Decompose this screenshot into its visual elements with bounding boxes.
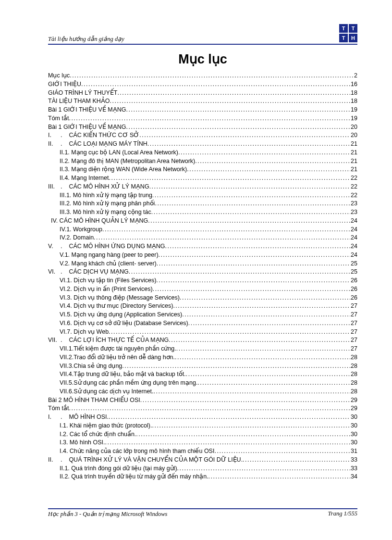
toc-page: 23	[350, 208, 357, 217]
toc-entry: VII.4.Tập trung dữ liệu, bảo mật và back…	[48, 370, 357, 379]
toc-entry: II.CÁC LOẠI MẠNG MÁY TÍNH21	[48, 140, 357, 149]
toc-leader	[165, 242, 351, 251]
toc-entry: Bài 2 MÔ HÌNH THAM CHIẾU OSI29	[48, 396, 357, 405]
toc-label: VI.3. Dịch vụ thông điệp (Message Servic…	[60, 294, 180, 302]
toc-page: 26	[350, 276, 357, 285]
toc-leader	[173, 302, 350, 311]
toc-page: 16	[350, 80, 357, 89]
toc-leader	[156, 276, 350, 285]
toc-page: 29	[350, 404, 357, 413]
toc-leader	[195, 157, 350, 166]
toc-entry: VI.1. Dịch vụ tập tin (Files Services)26	[48, 276, 357, 285]
toc-page: 2	[354, 72, 357, 80]
toc-entry: VII.3.Chia sẻ ứng dụng28	[48, 362, 357, 371]
toc-page: 27	[350, 328, 357, 337]
toc-entry: Tóm tắt29	[48, 404, 357, 413]
toc-entry: Bài 1 GIỚI THIỆU VỀ MẠNG19	[48, 106, 357, 114]
toc-leader	[110, 97, 351, 106]
page: Tài liệu hướng dẫn giảng dạy T T T H Mục…	[0, 0, 392, 540]
toc-entry: I.4. Chức năng của các lớp trong mô hình…	[48, 447, 357, 456]
toc-entry: TÀI LIỆU THAM KHẢO18	[48, 97, 357, 106]
toc-label: II.3. Mạng diện rộng WAN (Wide Area Netw…	[60, 165, 187, 174]
toc-page: 25	[350, 260, 357, 268]
toc-page: 28	[350, 370, 357, 379]
toc-leader	[197, 379, 350, 388]
toc-page: 21	[350, 157, 357, 166]
toc-label: VII.3.Chia sẻ ứng dụng	[60, 362, 122, 371]
toc-page: 23	[350, 200, 357, 208]
toc-entry: II.3. Mạng diện rộng WAN (Wide Area Netw…	[48, 165, 357, 174]
toc-entry: II.4. Mạng Internet22	[48, 174, 357, 183]
toc-page: 30	[350, 430, 357, 439]
toc-page: 28	[350, 362, 357, 371]
toc-leader	[81, 80, 350, 89]
toc-leader	[126, 106, 351, 114]
toc-leader	[176, 345, 350, 353]
toc-entry: GIỚI THIỆU16	[48, 80, 357, 89]
toc-entry: I.1. Khái niệm giao thức (protocol).30	[48, 422, 357, 430]
toc-leader	[175, 353, 350, 362]
toc-entry: VI.5. Dịch vụ ứng dụng (Application Serv…	[48, 311, 357, 319]
toc-label: VI.5. Dịch vụ ứng dụng (Application Serv…	[60, 311, 182, 319]
logo-cell: H	[349, 34, 357, 42]
toc-label: VII.4.Tập trung dữ liệu, bảo mật và back…	[60, 370, 186, 379]
toc-entry: VI.6. Dịch vụ cơ sở dữ liệu (Database Se…	[48, 319, 357, 328]
toc-leader	[153, 388, 350, 396]
toc-label: VI.2. Dịch vụ in ấn (Print Services)	[60, 285, 153, 294]
footer-left: Học phần 3 - Quản trị mạng Microsoft Win…	[48, 510, 167, 518]
toc-leader	[69, 404, 350, 413]
toc-label: V.1. Mạng ngang hàng (peer to peer)	[60, 251, 159, 260]
toc-page: 26	[350, 294, 357, 302]
toc-label: II.2. Quá trình truyền dữ liệu từ máy gử…	[60, 473, 208, 481]
toc-page: 22	[350, 183, 357, 191]
toc-label: CÁC LỢI ÍCH THỰC TẾ CỦA MẠNG	[61, 336, 169, 345]
toc-entry: II.1. Quá trình đóng gói dữ liệu (tại má…	[48, 465, 357, 473]
toc-entry: I.MÔ HÌNH OSI.30	[48, 413, 357, 422]
toc-entry: V.CÁC MÔ HÌNH ỨNG DỤNG MẠNG24	[48, 242, 357, 251]
page-footer: Học phần 3 - Quản trị mạng Microsoft Win…	[48, 508, 357, 518]
toc-page: 22	[350, 174, 357, 183]
toc-leader	[136, 430, 350, 439]
page-header: Tài liệu hướng dẫn giảng dạy T T T H	[48, 24, 357, 45]
toc-page: 28	[350, 353, 357, 362]
toc-label: I.4. Chức năng của các lớp trong mô hình…	[60, 447, 214, 456]
toc-label: TÀI LIỆU THAM KHẢO	[48, 97, 110, 106]
toc-label: Mục lục	[48, 72, 70, 80]
toc-page: 28	[350, 379, 357, 388]
toc-label: IV. CÁC MÔ HÌNH QUẢN LÝ MẠNG	[51, 217, 148, 226]
toc-label: IV.1. Workgroup	[60, 226, 102, 234]
toc-leader	[109, 174, 351, 183]
toc-entry: II.2. Mạng đô thị MAN (Metropolitan Area…	[48, 157, 357, 166]
toc-entry: I.3. Mô hình OSI.30	[48, 439, 357, 447]
toc-leader	[140, 396, 350, 405]
toc-leader	[180, 294, 350, 302]
toc-label: I.2. Các tổ chức định chuẩn.	[60, 430, 136, 439]
toc-label: VII.5.Sử dụng các phần mềm ứng dụng trên…	[60, 379, 197, 388]
toc-label: GIÁO TRÌNH LÝ THUYẾT	[48, 89, 117, 98]
toc-leader	[182, 311, 350, 319]
toc-page: 21	[350, 165, 357, 174]
toc-page: 26	[350, 285, 357, 294]
toc-entry: Tóm tắt19	[48, 114, 357, 123]
toc-page: 30	[350, 439, 357, 447]
toc-label: CÁC KIẾN THỨC CƠ SỞ	[61, 131, 139, 140]
toc-page: 31	[350, 447, 357, 456]
toc-entry: VII.6.Sử dụng các dịch vụ Internet.28	[48, 388, 357, 396]
toc-entry: III.1. Mô hình xử lý mạng tập trung22	[48, 191, 357, 200]
toc-entry: I.2. Các tổ chức định chuẩn.30	[48, 430, 357, 439]
toc-leader	[243, 456, 350, 465]
toc-label: VII.6.Sử dụng các dịch vụ Internet.	[60, 388, 153, 396]
toc-leader	[139, 131, 350, 140]
toc-label: Tóm tắt	[48, 114, 69, 123]
toc-label: VII.2.Trao đổi dữ liệu trở nên dễ dàng h…	[60, 353, 175, 362]
toc-leader	[169, 336, 350, 345]
toc-label: Bài 2 MÔ HÌNH THAM CHIẾU OSI	[48, 396, 140, 405]
toc-entry: II.QUÁ TRÌNH XỬ LÝ VÀ VẬN CHUYỂN CỦA MỘT…	[48, 456, 357, 465]
logo-cell: T	[339, 24, 348, 33]
toc-leader	[153, 285, 350, 294]
header-text: Tài liệu hướng dẫn giảng dạy	[48, 35, 124, 43]
toc-page: 33	[350, 456, 357, 465]
toc-entry: VII.2.Trao đổi dữ liệu trở nên dễ dàng h…	[48, 353, 357, 362]
toc-leader	[126, 123, 351, 132]
toc-leader	[178, 149, 350, 157]
